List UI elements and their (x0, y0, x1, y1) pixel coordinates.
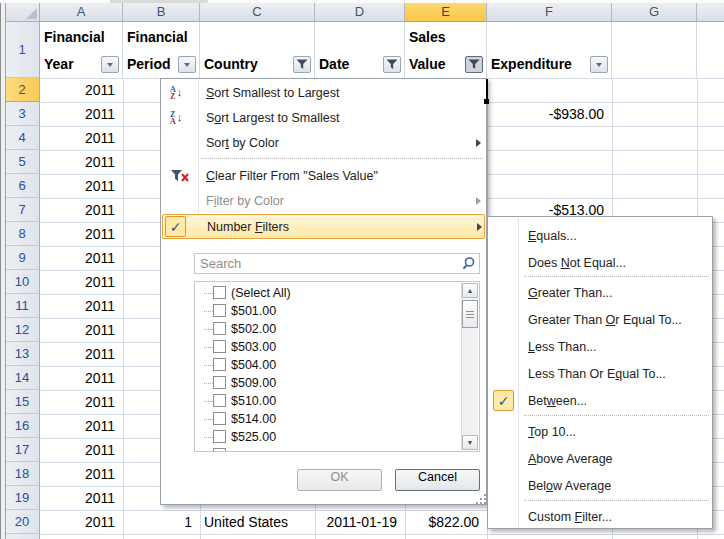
column-header-B[interactable]: B (123, 3, 200, 22)
filter-button-country[interactable] (293, 56, 311, 73)
cell-A16[interactable]: 2011 (40, 414, 123, 438)
filter-button-expenditure[interactable] (590, 56, 608, 73)
checkbox[interactable] (213, 394, 226, 407)
header-cell-expenditure[interactable]: Expenditure (487, 22, 612, 78)
cell-A18[interactable]: 2011 (40, 462, 123, 486)
column-header-F[interactable]: F (487, 3, 612, 22)
row-header-8[interactable]: 8 (5, 222, 40, 246)
cell-A7[interactable]: 2011 (40, 198, 123, 222)
row-header-1[interactable]: 1 (5, 22, 40, 78)
cell-A2[interactable]: 2011 (40, 78, 123, 102)
row-header-11[interactable]: 11 (5, 294, 40, 318)
column-header-G[interactable]: G (612, 3, 697, 22)
menu-item-greater-than-or-equal-to[interactable]: Greater Than Or Equal To... (489, 307, 712, 333)
row-header-16[interactable]: 16 (5, 414, 40, 438)
menu-item-sort-by-color[interactable]: Sort by Color (162, 130, 486, 155)
list-item-value[interactable]: $501.00 (195, 302, 460, 320)
cell-A5[interactable]: 2011 (40, 150, 123, 174)
filter-button-financial-period[interactable] (178, 56, 196, 73)
cell-F3[interactable]: -$938.00 (487, 102, 612, 126)
column-header-D[interactable]: D (315, 3, 405, 22)
menu-item-equals[interactable]: Equals... (489, 223, 712, 249)
cell-A14[interactable]: 2011 (40, 366, 123, 390)
row-header-4[interactable]: 4 (5, 126, 40, 150)
column-header-C[interactable]: C (200, 3, 315, 22)
scroll-thumb[interactable] (462, 300, 478, 328)
row-header-2[interactable]: 2 (5, 78, 40, 102)
column-header-A[interactable]: A (40, 3, 123, 22)
cell-D20[interactable]: 2011-01-19 (315, 510, 405, 534)
cell-A4[interactable]: 2011 (40, 126, 123, 150)
row-header-12[interactable]: 12 (5, 318, 40, 342)
menu-item-below-average[interactable]: Below Average (489, 473, 712, 499)
row-header-19[interactable]: 19 (5, 486, 40, 510)
row-header-6[interactable]: 6 (5, 174, 40, 198)
menu-item-above-average[interactable]: Above Average (489, 446, 712, 472)
cell-A11[interactable]: 2011 (40, 294, 123, 318)
checkbox[interactable] (213, 412, 226, 425)
cell-A3[interactable]: 2011 (40, 102, 123, 126)
checkbox[interactable] (213, 286, 226, 299)
checkbox[interactable] (213, 430, 226, 443)
cell-A9[interactable]: 2011 (40, 246, 123, 270)
row-header-14[interactable]: 14 (5, 366, 40, 390)
row-header-7[interactable]: 7 (5, 198, 40, 222)
row-header-13[interactable]: 13 (5, 342, 40, 366)
cell-C20[interactable]: United States (200, 510, 315, 534)
checkbox[interactable] (213, 376, 226, 389)
header-cell-g[interactable] (612, 22, 697, 78)
row-header-20[interactable]: 20 (5, 510, 40, 534)
list-scrollbar[interactable]: ▲ ▼ (461, 283, 478, 450)
cell-A10[interactable]: 2011 (40, 270, 123, 294)
menu-item-greater-than[interactable]: Greater Than... (489, 280, 712, 306)
checkbox[interactable] (213, 322, 226, 335)
header-cell-financial-period[interactable]: Financial Period (123, 22, 200, 78)
menu-item-filter-by-color[interactable]: Filter by Color (162, 188, 486, 213)
row-header-18[interactable]: 18 (5, 462, 40, 486)
list-item-value[interactable]: $502.00 (195, 320, 460, 338)
cancel-button[interactable]: Cancel (395, 469, 480, 491)
list-item-value[interactable]: $514.00 (195, 410, 460, 428)
cell-A20[interactable]: 2011 (40, 510, 123, 534)
search-icon[interactable] (461, 256, 476, 271)
scroll-down-button[interactable]: ▼ (462, 435, 478, 450)
checkbox[interactable] (213, 358, 226, 371)
cell-A19[interactable]: 2011 (40, 486, 123, 510)
cell-B20[interactable]: 1 (123, 510, 200, 534)
list-item-value[interactable]: $504.00 (195, 356, 460, 374)
header-cell-financial-year[interactable]: Financial Year (40, 22, 123, 78)
column-header-E[interactable]: E (405, 3, 487, 22)
filter-button-date[interactable] (383, 56, 401, 73)
cell-E20[interactable]: $822.00 (405, 510, 487, 534)
menu-item-less-than-or-equal-to[interactable]: Less Than Or Equal To... (489, 361, 712, 387)
checkbox[interactable] (213, 304, 226, 317)
selection-fill-handle[interactable] (484, 99, 489, 104)
cell-A13[interactable]: 2011 (40, 342, 123, 366)
cell-A8[interactable]: 2011 (40, 222, 123, 246)
list-item-value[interactable]: $510.00 (195, 392, 460, 410)
header-cell-sales-value[interactable]: Sales Value (405, 22, 487, 78)
menu-item-does-not-equal[interactable]: Does Not Equal... (489, 250, 712, 276)
header-cell-country[interactable]: Country (200, 22, 315, 78)
cell-A15[interactable]: 2011 (40, 390, 123, 414)
row-header-10[interactable]: 10 (5, 270, 40, 294)
list-item-value[interactable]: (Select All) (195, 284, 460, 302)
list-item-value[interactable]: $509.00 (195, 374, 460, 392)
list-item-value[interactable]: $503.00 (195, 338, 460, 356)
row-header-5[interactable]: 5 (5, 150, 40, 174)
menu-item-custom-filter[interactable]: Custom Filter... (489, 504, 712, 530)
cell-A12[interactable]: 2011 (40, 318, 123, 342)
row-header-15[interactable]: 15 (5, 390, 40, 414)
menu-item-sort-largest-to-smallest[interactable]: Sort Largest to SmallestZA↓ (162, 105, 486, 130)
menu-item-less-than[interactable]: Less Than... (489, 334, 712, 360)
row-header-17[interactable]: 17 (5, 438, 40, 462)
ok-button[interactable]: OK (297, 469, 382, 491)
menu-item-between[interactable]: Between... (489, 388, 712, 414)
select-all-corner[interactable] (5, 3, 40, 22)
filter-button-financial-year[interactable] (101, 56, 119, 73)
filter-button-sales-value[interactable] (465, 56, 483, 73)
list-item-value[interactable]: $525.00 (195, 428, 460, 446)
cell-A6[interactable]: 2011 (40, 174, 123, 198)
row-header-3[interactable]: 3 (5, 102, 40, 126)
search-input[interactable] (195, 254, 462, 273)
